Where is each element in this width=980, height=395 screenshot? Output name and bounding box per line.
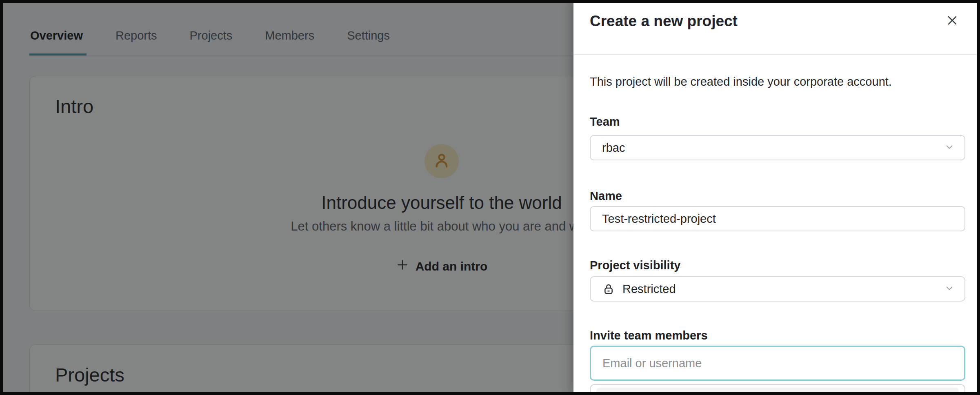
invite-members-input[interactable] <box>590 346 965 381</box>
drawer-title: Create a new project <box>590 11 738 31</box>
visibility-select[interactable]: Restricted <box>590 276 965 302</box>
lock-icon <box>602 282 615 295</box>
team-select-value: rbac <box>602 141 625 155</box>
team-label: Team <box>590 115 965 129</box>
visibility-select-value: Restricted <box>622 282 676 296</box>
drawer-description: This project will be created inside your… <box>590 74 965 89</box>
chevron-down-icon <box>943 141 956 155</box>
name-label: Name <box>590 189 965 203</box>
drawer-header: Create a new project <box>573 0 980 55</box>
invite-suggestions-dropdown <box>590 384 965 395</box>
team-select[interactable]: rbac <box>590 135 965 160</box>
screen: Overview Reports Projects Members Settin… <box>0 0 980 395</box>
close-icon <box>945 13 960 29</box>
invite-label: Invite team members <box>590 328 965 342</box>
project-name-input[interactable] <box>590 206 965 231</box>
visibility-label: Project visibility <box>590 258 965 272</box>
suggestion-item[interactable] <box>596 388 959 395</box>
chevron-down-icon <box>943 282 956 296</box>
create-project-drawer: Create a new project This project will b… <box>573 0 980 395</box>
close-button[interactable] <box>944 13 960 29</box>
